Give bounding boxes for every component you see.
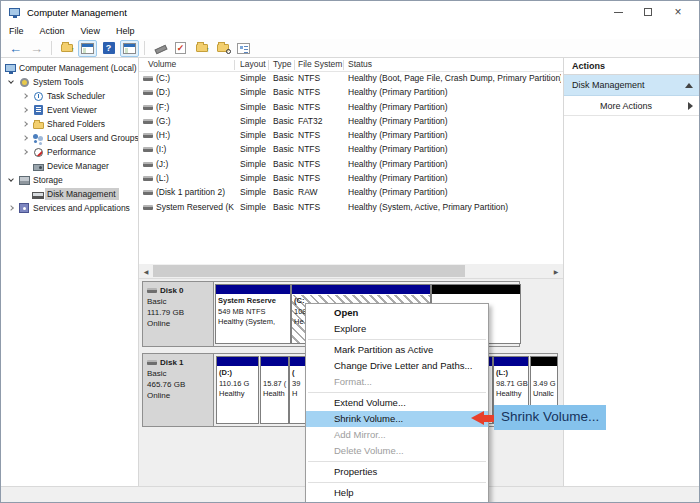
horizontal-scrollbar[interactable]: ◀ ▶ [139, 264, 563, 278]
chevron-right-icon[interactable] [22, 149, 28, 155]
forward-icon[interactable]: → [27, 40, 46, 57]
title-bar: Computer Management × [1, 1, 699, 23]
volume-icon [143, 205, 153, 210]
volume-status: Healthy (Primary Partition) [348, 116, 561, 126]
scroll-right-button[interactable]: ▶ [549, 264, 563, 278]
volume-file-system: NTFS [298, 102, 320, 112]
back-icon[interactable]: ← [6, 40, 25, 57]
volume-row[interactable]: (Disk 1 partition 2)SimpleBasicRAWHealth… [139, 186, 563, 200]
chevron-right-icon[interactable] [22, 135, 28, 141]
menu-item-help[interactable]: Help [306, 485, 488, 501]
folder-upload-icon[interactable]: ↑ [192, 40, 211, 57]
menu-item-shrink-volume[interactable]: Shrink Volume... [306, 411, 488, 427]
disk-icon [147, 288, 157, 293]
chevron-right-icon[interactable] [8, 205, 14, 211]
check-document-icon[interactable]: ✓ [171, 40, 190, 57]
chevron-right-icon[interactable] [22, 107, 28, 113]
tree-item-device-manager[interactable]: Device Manager [1, 159, 138, 173]
volume-row[interactable]: (D:)SimpleBasicNTFSHealthy (Primary Part… [139, 86, 563, 100]
menu-action[interactable]: Action [32, 24, 73, 38]
column-header-layout[interactable]: Layout [240, 59, 266, 69]
column-separator[interactable] [268, 60, 269, 70]
column-header-type[interactable]: Type [273, 59, 291, 69]
scroll-left-button[interactable]: ◀ [139, 264, 153, 278]
volume-table-header: VolumeLayoutTypeFile SystemStatus [139, 58, 563, 72]
volume-row[interactable]: (G:)SimpleBasicFAT32Healthy (Primary Par… [139, 115, 563, 129]
partition[interactable]: System Reserve549 MB NTFSHealthy (System… [215, 284, 291, 344]
volume-row[interactable]: (H:)SimpleBasicNTFSHealthy (Primary Part… [139, 129, 563, 143]
volume-row[interactable]: (L:)SimpleBasicNTFSHealthy (Primary Part… [139, 172, 563, 186]
folder-up-icon[interactable]: ↑ [57, 40, 76, 57]
chevron-down-icon[interactable] [8, 78, 14, 84]
menu-bar: FileActionViewHelp [1, 23, 699, 39]
menu-item-properties[interactable]: Properties [306, 464, 488, 480]
tree-item-system-tools[interactable]: System Tools [1, 75, 138, 89]
tree-item-services-and-applications[interactable]: Services and Applications [1, 201, 138, 215]
console-tree: Computer Management (Local)System ToolsT… [1, 58, 139, 486]
column-header-volume[interactable]: Volume [148, 59, 176, 69]
tree-item-shared-folders[interactable]: Shared Folders [1, 117, 138, 131]
menu-item-change-drive-letter-and-paths[interactable]: Change Drive Letter and Paths... [306, 358, 488, 374]
menu-view[interactable]: View [73, 24, 108, 38]
menu-item-extend-volume[interactable]: Extend Volume... [306, 395, 488, 411]
partition[interactable]: (D:)110.16 GHealthy [216, 356, 259, 424]
console-tree-icon[interactable] [78, 40, 97, 57]
menu-separator [308, 392, 486, 393]
column-separator[interactable] [343, 60, 344, 70]
volume-row[interactable]: (C:)SimpleBasicNTFSHealthy (Boot, Page F… [139, 72, 563, 86]
maximize-button[interactable] [633, 1, 663, 23]
volume-icon [143, 119, 153, 124]
menu-item-explore[interactable]: Explore [306, 321, 488, 337]
tree-item-disk-management[interactable]: Disk Management [1, 187, 138, 201]
scrollbar-thumb[interactable] [153, 265, 465, 277]
chevron-right-icon[interactable] [22, 121, 28, 127]
menu-item-mark-partition-as-active[interactable]: Mark Partition as Active [306, 342, 488, 358]
tree-item-label: Disk Management [45, 188, 119, 200]
help-icon[interactable]: ? [99, 40, 118, 57]
more-actions-item[interactable]: More Actions [564, 96, 700, 116]
volume-row[interactable]: (J:)SimpleBasicNTFSHealthy (Primary Part… [139, 158, 563, 172]
tree-item-label: System Tools [31, 76, 86, 88]
tree-item-computer-management-local[interactable]: Computer Management (Local) [1, 61, 138, 75]
tool-icon[interactable] [150, 40, 169, 57]
close-button[interactable]: × [663, 1, 693, 23]
disk-label[interactable]: Disk 0Basic111.79 GBOnline [143, 282, 214, 346]
minimize-icon [614, 12, 623, 13]
tree-item-storage[interactable]: Storage [1, 173, 138, 187]
action-pane-icon[interactable] [120, 40, 139, 57]
partition-color-band [217, 357, 258, 367]
partition-info [432, 295, 520, 297]
task-scheduler-icon [31, 92, 45, 101]
tree-item-performance[interactable]: Performance [1, 145, 138, 159]
tree-item-local-users-and-groups[interactable]: Local Users and Groups [1, 131, 138, 145]
partition[interactable]: 15.87 (Health [260, 356, 289, 424]
tree-item-label: Device Manager [45, 160, 112, 172]
maximize-icon [644, 8, 652, 16]
volume-row[interactable]: System Reserved (K:)SimpleBasicNTFSHealt… [139, 201, 563, 215]
disk-label[interactable]: Disk 1Basic465.76 GBOnline [143, 354, 214, 426]
folder-search-icon[interactable] [213, 40, 232, 57]
chevron-right-icon[interactable] [22, 93, 28, 99]
column-separator[interactable] [294, 60, 295, 70]
menu-help[interactable]: Help [108, 24, 143, 38]
collapse-icon[interactable] [685, 83, 693, 88]
actions-group-disk-management[interactable]: Disk Management [564, 75, 700, 96]
menu-item-open[interactable]: Open [306, 305, 488, 321]
actions-group-label: Disk Management [572, 80, 645, 90]
partition-info: 3.49 GUnallc [531, 367, 557, 401]
column-separator[interactable] [234, 60, 235, 70]
volume-layout: Simple [240, 159, 266, 169]
properties-icon[interactable] [234, 40, 253, 57]
minimize-button[interactable] [603, 1, 633, 23]
system-tools-icon [17, 78, 31, 87]
chevron-right-icon [688, 102, 693, 110]
tree-item-event-viewer[interactable]: Event Viewer [1, 103, 138, 117]
menu-file[interactable]: File [1, 24, 32, 38]
tree-item-task-scheduler[interactable]: Task Scheduler [1, 89, 138, 103]
column-header-status[interactable]: Status [348, 59, 372, 69]
volume-row[interactable]: (F:)SimpleBasicNTFSHealthy (Primary Part… [139, 101, 563, 115]
column-header-file-system[interactable]: File System [298, 59, 342, 69]
tree-item-label: Storage [31, 174, 66, 186]
volume-row[interactable]: (I:)SimpleBasicNTFSHealthy (Primary Part… [139, 143, 563, 157]
chevron-down-icon[interactable] [8, 176, 14, 182]
